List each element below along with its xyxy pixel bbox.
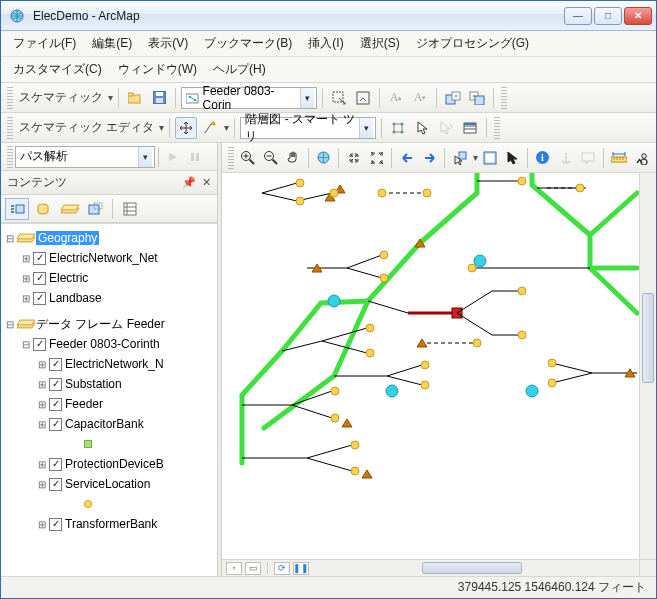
menu-item[interactable]: 挿入(I) [302, 32, 349, 55]
dropdown-icon[interactable]: ▾ [473, 152, 478, 163]
expand-icon[interactable]: ⊞ [35, 419, 49, 430]
tree-row[interactable]: ⊞✓Landbase [3, 288, 215, 308]
edit-vertices-button[interactable] [199, 117, 221, 139]
layer-label[interactable]: Feeder 0803-Corinth [49, 337, 160, 351]
list-by-source-button[interactable] [31, 198, 55, 220]
list-by-drawing-order-button[interactable] [5, 198, 29, 220]
select-button[interactable] [411, 117, 433, 139]
open-diagram-button[interactable] [124, 87, 146, 109]
toolbar-grip[interactable] [7, 117, 13, 139]
close-button[interactable]: ✕ [624, 7, 652, 25]
menu-item[interactable]: ジオプロセシング(G) [410, 32, 535, 55]
pin-icon[interactable]: 📌 [182, 176, 196, 189]
menu-item[interactable]: ファイル(F) [7, 32, 82, 55]
checkbox[interactable]: ✓ [49, 518, 62, 531]
tree-row[interactable] [3, 494, 215, 514]
checkbox[interactable]: ✓ [49, 418, 62, 431]
tree-row[interactable]: ⊞✓Electric [3, 268, 215, 288]
checkbox[interactable]: ✓ [49, 378, 62, 391]
layer-label[interactable]: CapacitorBank [65, 417, 144, 431]
update-button[interactable] [352, 87, 374, 109]
tree-row[interactable]: ⊞✓ElectricNetwork_N [3, 354, 215, 374]
expand-icon[interactable]: ⊞ [19, 293, 33, 304]
toolbar-grip[interactable] [7, 87, 13, 109]
tree-row[interactable]: ⊟Geography [3, 228, 215, 248]
select-elements-button[interactable] [502, 147, 524, 169]
tree-row[interactable]: ⊞✓CapacitorBank [3, 414, 215, 434]
menu-item[interactable]: ブックマーク(B) [198, 32, 298, 55]
horizontal-scrollbar[interactable]: ▫ ▭ ⟳ ❚❚ [222, 559, 639, 576]
properties-button[interactable] [459, 117, 481, 139]
layer-label[interactable]: ServiceLocation [65, 477, 150, 491]
editor-label[interactable]: スケマティック エディタ [17, 119, 156, 136]
list-by-visibility-button[interactable] [57, 198, 81, 220]
data-view-tab[interactable]: ▫ [226, 562, 242, 575]
scrollbar-thumb[interactable] [422, 562, 522, 574]
layer-label[interactable]: Geography [36, 231, 99, 245]
checkbox[interactable]: ✓ [33, 252, 46, 265]
layer-label[interactable]: Landbase [49, 291, 102, 305]
menu-item[interactable]: ウィンドウ(W) [112, 58, 203, 81]
layer-label[interactable]: Feeder [65, 397, 103, 411]
options-button[interactable] [118, 198, 142, 220]
fixed-zoom-out-button[interactable] [366, 147, 388, 169]
menu-item[interactable]: カスタマイズ(C) [7, 58, 108, 81]
apply-layout-button[interactable] [387, 117, 409, 139]
checkbox[interactable]: ✓ [49, 458, 62, 471]
map-canvas[interactable]: ▫ ▭ ⟳ ❚❚ [222, 173, 656, 576]
save-diagram-button[interactable] [148, 87, 170, 109]
expand-icon[interactable]: ⊞ [35, 379, 49, 390]
pan-button[interactable] [282, 147, 304, 169]
schematic-diagram-combo[interactable]: Feeder 0803-Corin [181, 87, 317, 109]
tree-row[interactable]: ⊞✓Feeder [3, 394, 215, 414]
schematic-label[interactable]: スケマティック [17, 89, 105, 106]
expand-icon[interactable]: ⊞ [19, 273, 33, 284]
tree-row[interactable]: ⊞✓TransformerBank [3, 514, 215, 534]
toolbar-grip[interactable] [501, 87, 507, 109]
close-panel-icon[interactable]: ✕ [202, 176, 211, 189]
layer-label[interactable]: ProtectionDeviceB [65, 457, 164, 471]
collapse-icon[interactable]: ⊟ [3, 319, 17, 330]
full-extent-button[interactable] [313, 147, 335, 169]
tree-row[interactable]: ⊟データ フレーム Feeder [3, 314, 215, 334]
refresh-button[interactable]: ⟳ [274, 562, 290, 575]
measure-button[interactable] [608, 147, 630, 169]
checkbox[interactable]: ✓ [49, 358, 62, 371]
analysis-combo[interactable]: パス解析 [15, 146, 155, 168]
maximize-button[interactable]: □ [594, 7, 622, 25]
dropdown-icon[interactable]: ▾ [159, 122, 164, 133]
move-tool-button[interactable] [175, 117, 197, 139]
pause-drawing-button[interactable]: ❚❚ [293, 562, 309, 575]
tree-row[interactable]: ⊟✓Feeder 0803-Corinth [3, 334, 215, 354]
sync-target-button[interactable] [466, 87, 488, 109]
identify-button[interactable]: i [532, 147, 554, 169]
find-button[interactable] [630, 147, 652, 169]
forward-button[interactable] [419, 147, 441, 169]
layer-label[interactable]: Electric [49, 271, 88, 285]
checkbox[interactable]: ✓ [49, 478, 62, 491]
checkbox[interactable]: ✓ [33, 292, 46, 305]
layer-label[interactable]: データ フレーム Feeder [36, 316, 165, 333]
vertical-scrollbar[interactable] [639, 173, 656, 559]
layout-view-tab[interactable]: ▭ [245, 562, 261, 575]
expand-icon[interactable]: ⊞ [35, 359, 49, 370]
layer-label[interactable]: TransformerBank [65, 517, 157, 531]
layer-label[interactable]: ElectricNetwork_Net [49, 251, 158, 265]
collapse-icon[interactable]: ⊟ [3, 233, 17, 244]
back-button[interactable] [396, 147, 418, 169]
menu-item[interactable]: ヘルプ(H) [207, 58, 272, 81]
toc-tree[interactable]: ⊟Geography⊞✓ElectricNetwork_Net⊞✓Electri… [1, 223, 217, 576]
zoom-in-button[interactable] [237, 147, 259, 169]
menu-item[interactable]: 表示(V) [142, 32, 194, 55]
collapse-icon[interactable]: ⊟ [19, 339, 33, 350]
menu-item[interactable]: 選択(S) [354, 32, 406, 55]
layer-label[interactable]: ElectricNetwork_N [65, 357, 164, 371]
tree-row[interactable] [3, 434, 215, 454]
sync-source-button[interactable] [442, 87, 464, 109]
list-by-selection-button[interactable] [83, 198, 107, 220]
checkbox[interactable]: ✓ [33, 272, 46, 285]
zoom-out-button[interactable] [259, 147, 281, 169]
dropdown-icon[interactable]: ▾ [108, 92, 113, 103]
expand-icon[interactable]: ⊞ [19, 253, 33, 264]
tree-row[interactable]: ⊞✓Substation [3, 374, 215, 394]
